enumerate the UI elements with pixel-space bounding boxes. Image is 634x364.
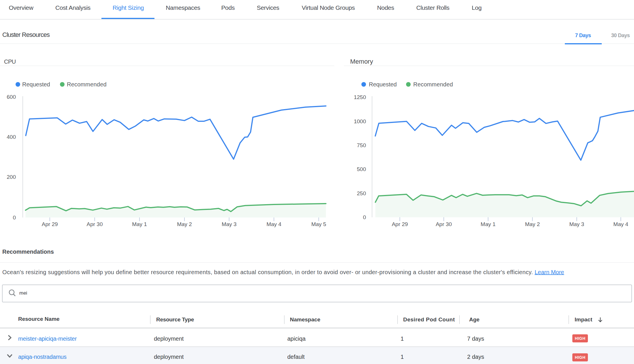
- svg-text:Apr 29: Apr 29: [392, 221, 408, 227]
- svg-text:May 1: May 1: [481, 221, 496, 227]
- svg-text:May 4: May 4: [613, 221, 628, 227]
- svg-text:Apr 30: Apr 30: [436, 221, 452, 227]
- svg-text:0: 0: [13, 215, 16, 221]
- svg-text:400: 400: [7, 134, 16, 140]
- svg-text:250: 250: [357, 190, 366, 196]
- svg-text:Apr 30: Apr 30: [87, 221, 103, 227]
- svg-text:Apr 29: Apr 29: [42, 221, 58, 227]
- svg-text:200: 200: [7, 174, 16, 180]
- svg-text:May 1: May 1: [132, 221, 147, 227]
- svg-text:May 3: May 3: [569, 221, 584, 227]
- svg-text:0: 0: [363, 214, 366, 220]
- svg-text:May 4: May 4: [267, 221, 282, 227]
- svg-text:1250: 1250: [354, 94, 366, 100]
- svg-text:May 2: May 2: [525, 221, 540, 227]
- svg-text:May 5: May 5: [311, 221, 326, 227]
- svg-text:May 2: May 2: [177, 221, 192, 227]
- svg-text:750: 750: [357, 142, 366, 148]
- svg-text:600: 600: [7, 94, 16, 100]
- svg-text:500: 500: [357, 166, 366, 172]
- svg-text:1000: 1000: [354, 118, 366, 124]
- svg-text:May 3: May 3: [222, 221, 237, 227]
